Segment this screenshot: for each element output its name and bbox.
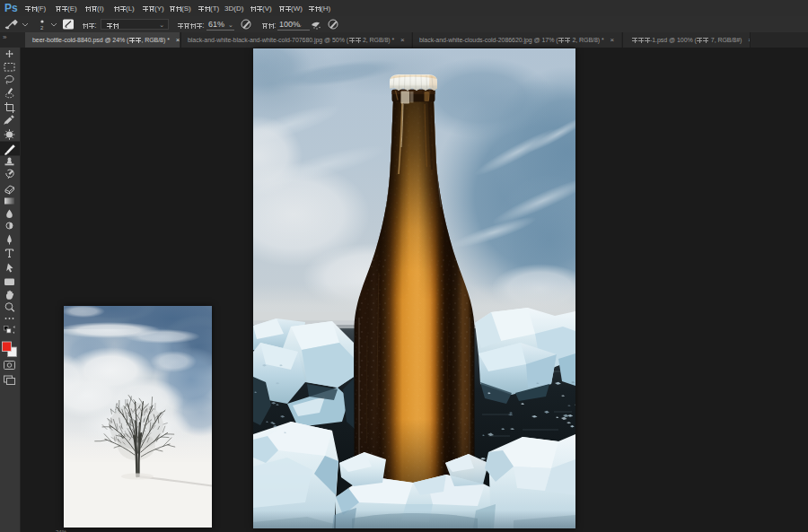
svg-text:2: 2 [40, 25, 44, 31]
